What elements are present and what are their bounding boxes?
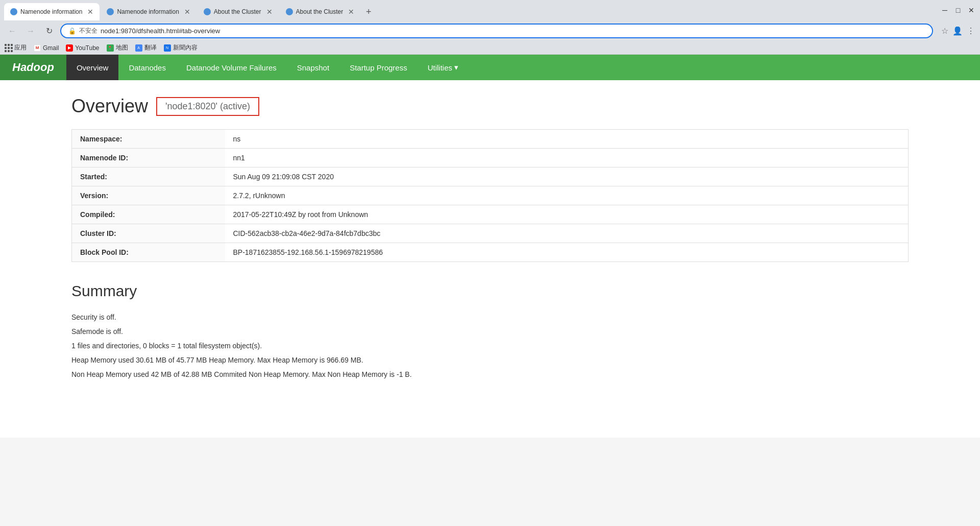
globe-icon-3 — [204, 8, 211, 15]
table-row: Version: 2.7.2, rUnknown — [72, 186, 909, 205]
summary-title: Summary — [71, 282, 909, 300]
title-bar: Namenode information ✕ Namenode informat… — [0, 0, 980, 20]
news-icon: N — [164, 44, 171, 52]
summary-line: Safemode is off. — [71, 324, 909, 339]
table-row-value: ns — [225, 130, 909, 149]
table-row: Namenode ID: nn1 — [72, 149, 909, 168]
tab-1-label: Namenode information — [20, 8, 82, 15]
table-row-label: Namespace: — [72, 130, 225, 149]
globe-icon-1 — [10, 8, 17, 15]
tab-3[interactable]: About the Cluster ✕ — [198, 3, 279, 20]
summary-line: 1 files and directories, 0 blocks = 1 to… — [71, 339, 909, 353]
tab-2[interactable]: Namenode information ✕ — [101, 3, 196, 20]
nav-menu: Overview Datanodes Datanode Volume Failu… — [66, 55, 469, 80]
tab-3-label: About the Cluster — [214, 8, 261, 15]
table-row-value: BP-1871623855-192.168.56.1-1596978219586 — [225, 243, 909, 262]
tab-4-label: About the Cluster — [296, 8, 344, 15]
forward-button[interactable]: → — [23, 24, 38, 38]
translate-icon: A — [135, 44, 142, 52]
back-button[interactable]: ← — [5, 24, 19, 38]
table-row: Namespace: ns — [72, 130, 909, 149]
overview-table: Namespace: ns Namenode ID: nn1 Started: … — [71, 129, 909, 262]
page-title-row: Overview 'node1:8020' (active) — [71, 95, 909, 117]
tab-1[interactable]: Namenode information ✕ — [4, 3, 100, 20]
nav-item-overview[interactable]: Overview — [66, 55, 119, 80]
tab-3-close[interactable]: ✕ — [266, 8, 273, 16]
bookmark-news-label: 新聞內容 — [173, 43, 198, 52]
summary-line: Heap Memory used 30.61 MB of 45.77 MB He… — [71, 353, 909, 367]
globe-icon-2 — [107, 8, 114, 15]
table-row: Compiled: 2017-05-22T10:49Z by root from… — [72, 205, 909, 224]
new-tab-button[interactable]: + — [361, 5, 376, 19]
summary-text: Security is off.Safemode is off.1 files … — [71, 310, 909, 381]
address-bar[interactable]: 🔓 不安全 node1:9870/dfshealth.html#tab-over… — [60, 23, 933, 38]
bookmark-apps-label: 应用 — [14, 43, 27, 52]
table-row: Started: Sun Aug 09 21:09:08 CST 2020 — [72, 168, 909, 186]
bookmark-apps[interactable]: 应用 — [5, 43, 27, 52]
tab-4[interactable]: About the Cluster ✕ — [280, 3, 361, 20]
table-row-value: 2.7.2, rUnknown — [225, 186, 909, 205]
gmail-icon: M — [34, 44, 41, 52]
table-row-label: Namenode ID: — [72, 149, 225, 168]
tab-1-close[interactable]: ✕ — [87, 8, 93, 16]
bookmark-translate-label: 翻译 — [144, 43, 157, 52]
page-content: Overview 'node1:8020' (active) Namespace… — [0, 80, 980, 438]
browser-chrome: Namenode information ✕ Namenode informat… — [0, 0, 980, 55]
hadoop-brand[interactable]: Hadoop — [0, 55, 66, 80]
table-row-label: Version: — [72, 186, 225, 205]
globe-icon-4 — [286, 8, 293, 15]
menu-button[interactable]: ⋮ — [967, 26, 975, 36]
youtube-icon: ▶ — [66, 44, 73, 52]
table-row-value: nn1 — [225, 149, 909, 168]
table-row-value: 2017-05-22T10:49Z by root from Unknown — [225, 205, 909, 224]
minimize-button[interactable]: ─ — [940, 6, 949, 15]
lock-label: 不安全 — [79, 27, 97, 35]
address-bar-row: ← → ↻ 🔓 不安全 node1:9870/dfshealth.html#ta… — [0, 20, 980, 41]
bookmark-maps[interactable]: 📍 地图 — [107, 43, 128, 52]
profile-button[interactable]: 👤 — [952, 26, 963, 36]
hadoop-nav: Hadoop Overview Datanodes Datanode Volum… — [0, 55, 980, 80]
address-text[interactable]: node1:9870/dfshealth.html#tab-overview — [101, 27, 925, 35]
address-actions: ☆ 👤 ⋮ — [941, 26, 975, 36]
nav-item-snapshot[interactable]: Snapshot — [287, 55, 339, 80]
nav-item-datanode-volume-failures[interactable]: Datanode Volume Failures — [176, 55, 287, 80]
apps-icon — [5, 44, 12, 52]
summary-line: Security is off. — [71, 310, 909, 324]
table-row-label: Compiled: — [72, 205, 225, 224]
table-row-label: Block Pool ID: — [72, 243, 225, 262]
bookmarks-bar: 应用 M Gmail ▶ YouTube 📍 地图 A 翻译 N 新聞內容 — [0, 41, 980, 55]
bookmark-gmail-label: Gmail — [43, 44, 59, 52]
table-row-value: Sun Aug 09 21:09:08 CST 2020 — [225, 168, 909, 186]
bookmark-youtube[interactable]: ▶ YouTube — [66, 44, 99, 52]
maximize-button[interactable]: □ — [953, 6, 963, 15]
star-button[interactable]: ☆ — [941, 26, 948, 36]
bookmark-gmail[interactable]: M Gmail — [34, 44, 59, 52]
maps-icon: 📍 — [107, 44, 114, 52]
nav-item-utilities[interactable]: Utilities ▾ — [418, 55, 469, 80]
lock-icon: 🔓 — [68, 28, 76, 35]
reload-button[interactable]: ↻ — [42, 24, 56, 38]
page-title: Overview — [71, 95, 148, 117]
nav-item-startup-progress[interactable]: Startup Progress — [339, 55, 418, 80]
table-row: Block Pool ID: BP-1871623855-192.168.56.… — [72, 243, 909, 262]
bookmark-translate[interactable]: A 翻译 — [135, 43, 157, 52]
bookmark-maps-label: 地图 — [116, 43, 128, 52]
tab-2-close[interactable]: ✕ — [184, 8, 190, 16]
chevron-down-icon: ▾ — [454, 63, 458, 72]
table-row: Cluster ID: CID-562acb38-cb2a-46e2-9d7a-… — [72, 224, 909, 243]
tab-2-label: Namenode information — [117, 8, 179, 15]
table-row-value: CID-562acb38-cb2a-46e2-9d7a-84fcb7dbc3bc — [225, 224, 909, 243]
table-row-label: Started: — [72, 168, 225, 186]
window-controls: ─ □ ✕ — [940, 6, 976, 18]
utilities-label: Utilities ▾ — [428, 63, 458, 72]
summary-line: Non Heap Memory used 42 MB of 42.88 MB C… — [71, 367, 909, 381]
close-button[interactable]: ✕ — [967, 6, 976, 15]
bookmark-youtube-label: YouTube — [75, 44, 99, 52]
nav-item-datanodes[interactable]: Datanodes — [118, 55, 176, 80]
active-node-badge: 'node1:8020' (active) — [156, 97, 259, 116]
bookmark-news[interactable]: N 新聞內容 — [164, 43, 198, 52]
table-row-label: Cluster ID: — [72, 224, 225, 243]
tab-4-close[interactable]: ✕ — [348, 8, 354, 16]
